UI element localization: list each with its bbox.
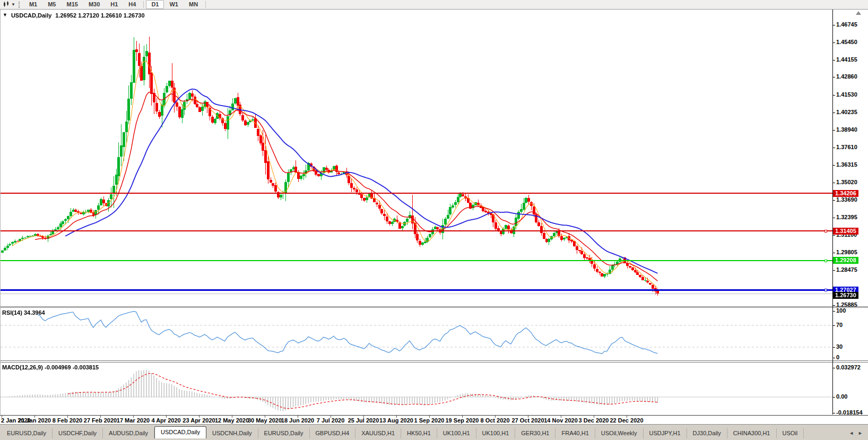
rsi-tick-label: 30	[836, 343, 843, 350]
timeframe-button-m5[interactable]: M5	[42, 0, 61, 9]
line-anchor-marker[interactable]	[824, 230, 827, 232]
axis-tick	[833, 200, 835, 201]
date-label: 19 Sep 2020	[446, 417, 479, 424]
level-price-label: 1.31405	[833, 228, 858, 235]
timeframe-button-m30[interactable]: M30	[83, 0, 105, 9]
chart-shift-marker[interactable]	[856, 11, 861, 15]
chart-tab-audusd-daily[interactable]: AUDUSD,Daily	[103, 428, 154, 438]
timeframe-button-m15[interactable]: M15	[61, 0, 83, 9]
timeframe-button-m1[interactable]: M1	[24, 0, 42, 9]
line-anchor-marker[interactable]	[824, 289, 827, 291]
level-price-label: 1.34206	[833, 190, 858, 197]
chart-tab-usdjpy-h1[interactable]: USDJPY,H1	[644, 428, 687, 438]
timeframe-button-h4[interactable]: H4	[123, 0, 141, 9]
chart-tab-gbpusd-h4[interactable]: GBPUSD,H4	[310, 428, 356, 438]
price-tick-label: 1.40235	[836, 109, 857, 115]
chart-tab-usdcad-daily[interactable]: USDCAD,Daily	[154, 426, 206, 438]
chart-tabs: EURUSD,DailyUSDCHF,DailyAUDUSD,DailyUSDC…	[1, 426, 804, 438]
date-label: 21 Jan 2020	[18, 417, 51, 424]
timeframe-button-h1[interactable]: H1	[105, 0, 123, 9]
chart-tab-usoil[interactable]: USOil	[777, 428, 804, 438]
toolbar-grip[interactable]	[19, 2, 21, 8]
date-label: 14 Nov 2020	[544, 417, 578, 424]
mt4-terminal: ▼ M1M5M15M30H1H4D1W1MN ▼ USDCAD,Daily 1.…	[0, 0, 868, 440]
axis-tick	[833, 130, 835, 131]
chart-tab-fra40-h1[interactable]: FRA40,H1	[555, 428, 595, 438]
price-tick-label: 1.42860	[836, 73, 857, 80]
axis-tick	[833, 397, 835, 398]
axis-tick	[833, 347, 835, 348]
chart-tab-dj30-daily[interactable]: DJ30,Daily	[687, 428, 727, 438]
date-label: 13 Aug 2020	[379, 417, 413, 424]
axis-tick	[833, 235, 835, 236]
axis-tick	[833, 253, 835, 253]
chart-tab-ger30-h1[interactable]: GER30,H1	[515, 428, 555, 438]
toolbar-separator	[143, 1, 144, 8]
chart-tool-button[interactable]: ▼	[2, 1, 17, 8]
date-label: 3 Dec 2020	[579, 417, 609, 424]
timeframe-buttons: M1M5M15M30H1H4D1W1MN	[24, 0, 208, 9]
symbol-dropdown-icon[interactable]: ▼	[3, 12, 7, 19]
line-anchor-marker[interactable]	[824, 260, 827, 262]
chart-tab-eurusd-daily[interactable]: EURUSD,Daily	[258, 428, 310, 438]
rsi-tick-label: 100	[836, 307, 846, 314]
tab-scroll-arrows: ◄ ►	[843, 425, 868, 440]
date-label: 25 Jul 2020	[348, 417, 379, 424]
price-tick-label: 1.36315	[836, 161, 857, 168]
chart-tab-eurusd-daily[interactable]: EURUSD,Daily	[1, 428, 53, 438]
macd-indicator-canvas[interactable]	[1, 363, 832, 415]
chart-tab-uk100-h1[interactable]: UK100,H1	[476, 428, 516, 438]
date-label: 17 Mar 2020	[117, 417, 150, 424]
chart-tab-usoil-weekly[interactable]: USOil,Weekly	[595, 428, 644, 438]
date-label: 8 Oct 2020	[480, 417, 509, 424]
chart-symbol: USDCAD,Daily	[11, 12, 51, 19]
timeframe-button-w1[interactable]: W1	[164, 0, 184, 9]
price-chart-canvas[interactable]	[1, 10, 832, 306]
chart-tab-uk100-h1[interactable]: UK100,H1	[437, 428, 476, 438]
horizontal-line-127027[interactable]	[1, 289, 832, 291]
price-tick-label: 1.33690	[836, 196, 857, 203]
chart-tab-hk50-h1[interactable]: HK50,H1	[401, 428, 437, 438]
rsi-tick-label: 0	[836, 354, 839, 360]
date-label: 27 Feb 2020	[84, 417, 117, 424]
toolbar-separator	[205, 1, 206, 8]
chevron-down-icon: ▼	[11, 3, 15, 7]
tab-scroll-left-icon[interactable]: ◄	[847, 429, 855, 437]
date-label: 8 Feb 2020	[53, 417, 82, 424]
date-label: 30 May 2020	[248, 417, 282, 424]
macd-tick-label: 0.00	[836, 393, 847, 400]
date-label: 12 May 2020	[215, 417, 249, 424]
axis-tick	[833, 413, 835, 413]
chart-tab-china300-h1[interactable]: CHINA300,H1	[727, 428, 777, 438]
chart-window[interactable]: ▼ USDCAD,Daily 1.26952 1.27120 1.26610 1…	[0, 10, 868, 415]
horizontal-line-131405[interactable]	[1, 230, 832, 231]
price-tick-label: 1.37610	[836, 144, 857, 150]
chart-ohlc-values: 1.26952 1.27120 1.26610 1.26730	[55, 12, 144, 19]
rsi-indicator-canvas[interactable]	[1, 308, 832, 360]
axis-tick	[833, 325, 835, 326]
date-label: 23 Apr 2020	[183, 417, 215, 424]
horizontal-line-129208[interactable]	[1, 260, 832, 261]
price-tick-label: 1.35020	[836, 179, 857, 185]
chart-tab-xauusd-h1[interactable]: XAUUSD,H1	[355, 428, 401, 438]
timeframe-button-d1[interactable]: D1	[146, 0, 164, 9]
price-tick-label: 1.45450	[836, 39, 857, 45]
time-scale[interactable]: 2 Jan 202021 Jan 20208 Feb 202027 Feb 20…	[0, 415, 868, 424]
axis-tick	[833, 60, 835, 61]
price-tick-label: 1.29805	[836, 249, 857, 255]
rsi-label: RSI(14) 34.3964	[2, 309, 45, 316]
axis-tick	[833, 113, 835, 113]
price-tick-label: 1.41530	[836, 91, 857, 98]
axis-tick	[833, 148, 835, 148]
horizontal-line-134206[interactable]	[1, 193, 832, 194]
date-label: 27 Oct 2020	[511, 417, 544, 424]
chart-tab-usdchf-daily[interactable]: USDCHF,Daily	[53, 428, 103, 438]
date-label: 7 Jul 2020	[317, 417, 345, 424]
date-label: 4 Apr 2020	[151, 417, 180, 424]
tab-scroll-right-icon[interactable]: ►	[856, 429, 864, 437]
axis-tick	[833, 25, 835, 25]
axis-tick	[833, 218, 835, 218]
timeframe-button-mn[interactable]: MN	[184, 0, 203, 9]
rsi-tick-label: 70	[836, 322, 843, 328]
chart-tab-usdcnh-daily[interactable]: USDCNH,Daily	[206, 428, 258, 438]
